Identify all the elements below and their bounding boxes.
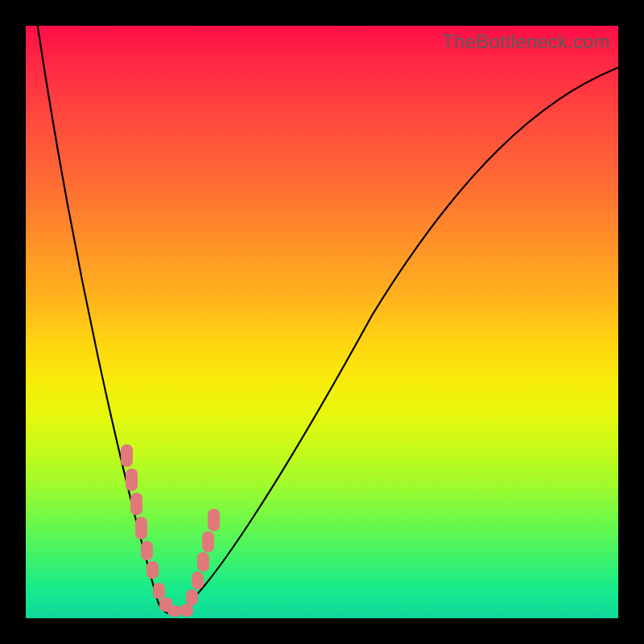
marker-point bbox=[126, 469, 138, 491]
marker-point bbox=[167, 605, 182, 617]
bottleneck-curve bbox=[38, 26, 618, 614]
marker-point bbox=[208, 509, 220, 531]
marker-point bbox=[180, 604, 193, 617]
marker-point bbox=[197, 552, 209, 572]
marker-point bbox=[186, 589, 198, 605]
marker-point bbox=[192, 572, 204, 589]
curve-svg bbox=[26, 26, 618, 618]
plot-area: TheBottleneck.com bbox=[26, 26, 618, 618]
marker-point bbox=[202, 531, 214, 552]
outer-frame: TheBottleneck.com bbox=[0, 0, 644, 644]
marker-point bbox=[130, 493, 142, 515]
marker-group bbox=[121, 444, 220, 617]
marker-point bbox=[153, 583, 165, 599]
marker-point bbox=[147, 561, 159, 579]
marker-point bbox=[121, 444, 133, 467]
marker-point bbox=[141, 541, 153, 560]
marker-point bbox=[135, 517, 147, 539]
